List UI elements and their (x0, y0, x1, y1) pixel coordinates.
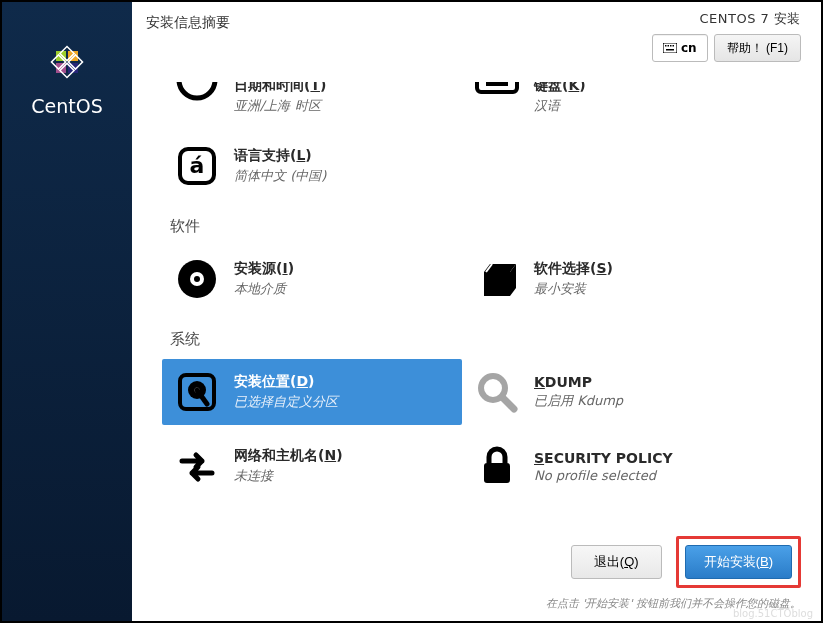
category-system: 系统 (170, 330, 801, 349)
package-icon (474, 256, 520, 302)
centos-logo-icon (42, 37, 92, 87)
begin-install-highlight: 开始安装(B) (676, 536, 801, 588)
watermark: blog.51CTOblog (733, 608, 813, 619)
svg-line-32 (502, 397, 514, 409)
spoke-status: 简体中文 (中国) (234, 167, 326, 185)
spoke-status: 本地介质 (234, 280, 294, 298)
installer-subtitle: CENTOS 7 安装 (652, 10, 801, 28)
svg-rect-33 (484, 463, 510, 483)
svg-rect-13 (666, 49, 674, 51)
header: 安装信息摘要 CENTOS 7 安装 cn 帮助！ (F1) (132, 2, 821, 82)
spoke-status: 最小安装 (534, 280, 613, 298)
svg-rect-9 (665, 45, 667, 47)
svg-point-27 (194, 276, 200, 282)
spoke-title: KDUMP (534, 374, 623, 390)
spoke-kdump[interactable]: KDUMP 已启用 Kdump (462, 359, 762, 425)
spoke-language[interactable]: á 语言支持(L) 简体中文 (中国) (162, 133, 462, 199)
keyboard-icon (474, 82, 520, 107)
spoke-install-source[interactable]: 安装源(I) 本地介质 (162, 246, 462, 312)
svg-text:á: á (190, 153, 205, 178)
svg-rect-12 (673, 45, 675, 47)
search-icon (474, 369, 520, 415)
spoke-title: 键盘(K) (534, 82, 586, 95)
spoke-install-destination[interactable]: 安装位置(D) 已选择自定义分区 (162, 359, 462, 425)
spoke-title: 安装位置(D) (234, 373, 338, 391)
quit-button[interactable]: 退出(Q) (571, 545, 662, 579)
spoke-network[interactable]: 网络和主机名(N) 未连接 (162, 433, 462, 499)
spoke-status: 未连接 (234, 467, 343, 485)
spoke-datetime[interactable]: 日期和时间(T) 亚洲/上海 时区 (162, 82, 462, 125)
svg-rect-10 (668, 45, 670, 47)
clock-icon (174, 82, 220, 107)
spoke-status: 亚洲/上海 时区 (234, 97, 326, 115)
category-software: 软件 (170, 217, 801, 236)
svg-rect-8 (663, 43, 677, 53)
disc-icon (174, 256, 220, 302)
harddrive-icon (174, 369, 220, 415)
help-button[interactable]: 帮助！ (F1) (714, 34, 801, 62)
spoke-title: SECURITY POLICY (534, 450, 673, 466)
spoke-title: 语言支持(L) (234, 147, 326, 165)
spoke-software-selection[interactable]: 软件选择(S) 最小安装 (462, 246, 762, 312)
brand-text: CentOS (31, 95, 102, 117)
spoke-title: 软件选择(S) (534, 260, 613, 278)
sidebar: CentOS (2, 2, 132, 621)
spoke-security-policy[interactable]: SECURITY POLICY No profile selected (462, 433, 762, 499)
svg-rect-11 (670, 45, 672, 47)
network-icon (174, 443, 220, 489)
lock-icon (474, 443, 520, 489)
keyboard-layout-indicator[interactable]: cn (652, 34, 708, 62)
begin-install-button[interactable]: 开始安装(B) (685, 545, 792, 579)
keyboard-small-icon (663, 43, 677, 53)
main-panel: 安装信息摘要 CENTOS 7 安装 cn 帮助！ (F1) (132, 2, 821, 621)
spoke-status: 已启用 Kdump (534, 392, 623, 410)
spoke-title: 网络和主机名(N) (234, 447, 343, 465)
svg-rect-22 (486, 82, 508, 86)
footer-note: 在点击 '开始安装' 按钮前我们并不会操作您的磁盘。 (152, 596, 801, 611)
lang-code: cn (681, 41, 697, 55)
spoke-keyboard[interactable]: 键盘(K) 汉语 (462, 82, 762, 125)
spoke-status: 汉语 (534, 97, 586, 115)
spoke-title: 日期和时间(T) (234, 82, 326, 95)
footer: 退出(Q) 开始安装(B) 在点击 '开始安装' 按钮前我们并不会操作您的磁盘。 (152, 536, 801, 611)
page-title: 安装信息摘要 (146, 14, 230, 32)
svg-point-14 (179, 82, 215, 98)
language-icon: á (174, 143, 220, 189)
spoke-status: No profile selected (534, 468, 673, 483)
spoke-title: 安装源(I) (234, 260, 294, 278)
spoke-status: 已选择自定义分区 (234, 393, 338, 411)
